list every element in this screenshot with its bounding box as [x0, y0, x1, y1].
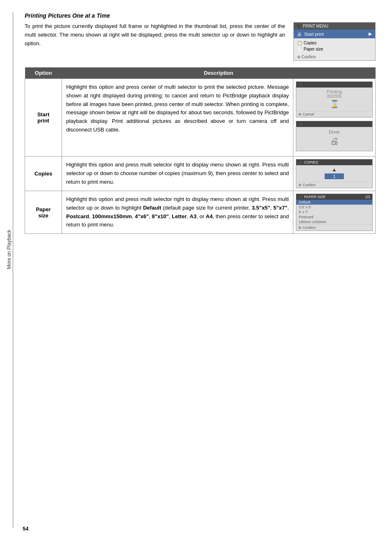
copies-screen: 🎥 COPIES ▲ 1 ⊛ Confirm	[296, 159, 373, 188]
printing-screen-body: Printing 002/005 ⌛	[296, 88, 372, 111]
intro-area: To print the picture currently displayed…	[25, 22, 376, 61]
done-screen: 🎥 Done 🖨	[296, 121, 373, 151]
printing-screen: 🎥 Printing 002/005 ⌛ ⊛ Cancel	[296, 81, 373, 118]
menu-item-start-print: 🖨 Start print ▶	[294, 30, 375, 39]
cam-icon-done: 🎥	[298, 122, 303, 126]
screens-papersize: 🎥 PAPER SIZE 1/2 Default 3.5' x 5' 5' x …	[293, 191, 376, 234]
page-number: 54	[23, 526, 28, 532]
table-row: Startprint Highlight this option and pre…	[25, 79, 376, 157]
copies-screen-body: ▲ 1	[296, 165, 372, 182]
main-table: Option Description Startprint Highlight …	[25, 67, 376, 234]
printing-screen-title: 🎥	[296, 82, 372, 88]
papersize-item-default: Default	[296, 200, 372, 205]
papersize-screen: 🎥 PAPER SIZE 1/2 Default 3.5' x 5' 5' x …	[296, 194, 373, 231]
copies-icon: 📋	[297, 41, 302, 45]
camera-icon: 🎥	[296, 24, 301, 28]
papersize-icon: 📄	[297, 47, 302, 51]
print-menu-title: 🎥 PRINT MENU	[294, 23, 375, 30]
papersize-list: Default 3.5' x 5' 5' x 7' Postcard 100mm…	[296, 200, 372, 224]
desc-papersize: Highlight this option and press multi se…	[62, 191, 293, 234]
papersize-screen-title: 🎥 PAPER SIZE 1/2	[296, 194, 372, 200]
section-title: Printing Pictures One at a Time	[25, 12, 376, 19]
menu-item-copies-papersize: 📋 Copies 📄 Paper size	[294, 39, 375, 53]
option-copies: Copies	[25, 157, 62, 191]
left-bar	[12, 12, 14, 528]
col-header-option: Option	[25, 67, 62, 79]
side-label: More on Playback	[6, 230, 12, 269]
intro-text: To print the picture currently displayed…	[25, 22, 285, 61]
papersize-item-35x5: 3.5' x 5'	[296, 205, 372, 210]
table-row: Copies Highlight this option and press m…	[25, 157, 376, 191]
bottom-area	[25, 242, 376, 406]
print-menu-mockup: 🎥 PRINT MENU 🖨 Start print ▶ 📋 Copies 📄 …	[293, 22, 376, 61]
screens-start-print: 🎥 Printing 002/005 ⌛ ⊛ Cancel 🎥	[293, 79, 376, 157]
col-header-description: Description	[62, 67, 376, 79]
papersize-item-5x7: 5' x 7'	[296, 210, 372, 215]
menu-confirm: ⊛ Confirm	[294, 53, 375, 60]
cam-icon-copies: 🎥	[298, 160, 303, 164]
done-screen-body: Done 🖨	[296, 127, 372, 151]
copies-screen-confirm: ⊛ Confirm	[296, 182, 372, 188]
desc-start-print: Highlight this option and press center o…	[62, 79, 293, 157]
printing-screen-cancel: ⊛ Cancel	[296, 111, 372, 117]
papersize-item-100mm: 100mm x150mm	[296, 219, 372, 224]
option-papersize: Papersize	[25, 191, 62, 234]
done-screen-title: 🎥	[296, 121, 372, 127]
papersize-screen-confirm: ⊛ Confirm	[296, 224, 372, 231]
page-container: More on Playback Printing Pictures One a…	[0, 0, 392, 540]
print-icon: 🖨	[297, 32, 302, 37]
desc-copies: Highlight this option and press multi se…	[62, 157, 293, 191]
copies-screen-title: 🎥 COPIES	[296, 159, 372, 165]
cam-icon-papersize: 🎥	[298, 195, 303, 199]
papersize-item-postcard: Postcard	[296, 215, 372, 219]
screens-copies: 🎥 COPIES ▲ 1 ⊛ Confirm	[293, 157, 376, 191]
table-row: Papersize Highlight this option and pres…	[25, 191, 376, 234]
option-start-print: Startprint	[25, 79, 62, 157]
cam-icon-printing: 🎥	[298, 83, 303, 87]
